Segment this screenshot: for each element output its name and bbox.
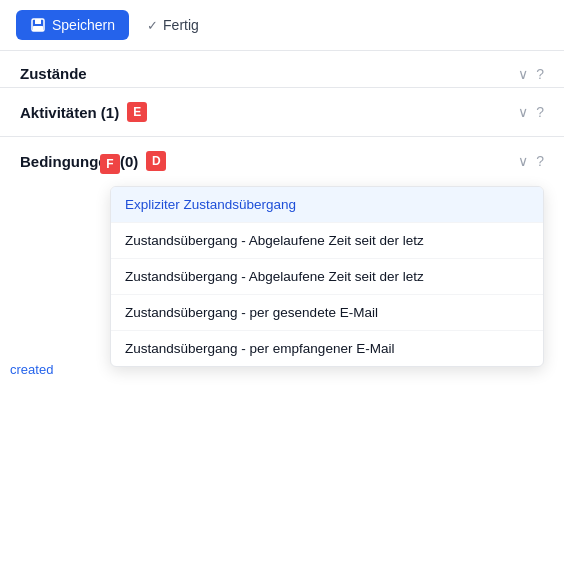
bedingungen-left: Bedingungen (0) D	[20, 151, 166, 171]
bottom-sections: Aktivitäten (1) E ∨ ? Bedingungen (0) D …	[0, 87, 564, 185]
zustaende-title: Zustände	[20, 65, 87, 82]
dropdown-item-2[interactable]: Zustandsübergang - Abgelaufene Zeit seit…	[111, 259, 543, 295]
svg-rect-1	[35, 19, 41, 24]
save-button[interactable]: Speichern	[16, 10, 129, 40]
aktivitaeten-help-icon[interactable]: ?	[536, 104, 544, 120]
e-badge: E	[127, 102, 147, 122]
done-button[interactable]: ✓ Fertig	[137, 10, 209, 40]
check-icon: ✓	[147, 18, 158, 33]
bedingungen-section: Bedingungen (0) D ∨ ?	[0, 136, 564, 185]
dropdown-item-4[interactable]: Zustandsübergang - per empfangener E-Mai…	[111, 331, 543, 366]
toolbar: Speichern ✓ Fertig	[0, 0, 564, 51]
svg-rect-2	[33, 26, 43, 31]
aktivitaeten-controls: ∨ ?	[518, 104, 544, 120]
bedingungen-chevron-icon[interactable]: ∨	[518, 153, 528, 169]
created-label: created	[10, 362, 53, 377]
d-badge: D	[146, 151, 166, 171]
aktivitaeten-left: Aktivitäten (1) E	[20, 102, 147, 122]
aktivitaeten-section: Aktivitäten (1) E ∨ ?	[0, 87, 564, 136]
zustaende-help-icon[interactable]: ?	[536, 66, 544, 82]
dropdown-item-3[interactable]: Zustandsübergang - per gesendete E-Mail	[111, 295, 543, 331]
dropdown-item-0[interactable]: Expliziter Zustandsübergang	[111, 187, 543, 223]
aktivitaeten-title: Aktivitäten (1)	[20, 104, 119, 121]
dropdown-item-1[interactable]: Zustandsübergang - Abgelaufene Zeit seit…	[111, 223, 543, 259]
save-icon	[30, 17, 46, 33]
bedingungen-title: Bedingungen (0)	[20, 153, 138, 170]
save-label: Speichern	[52, 17, 115, 33]
zustaende-controls: ∨ ?	[518, 66, 544, 82]
aktivitaeten-chevron-icon[interactable]: ∨	[518, 104, 528, 120]
bedingungen-controls: ∨ ?	[518, 153, 544, 169]
trigger-dropdown-menu: Expliziter Zustandsübergang Zustandsüber…	[110, 186, 544, 367]
bedingungen-help-icon[interactable]: ?	[536, 153, 544, 169]
f-badge: F	[100, 154, 120, 174]
zustaende-chevron-icon[interactable]: ∨	[518, 66, 528, 82]
done-label: Fertig	[163, 17, 199, 33]
main-content: Zustände ∨ ? Eskalations-Auslöser ∧ ? Au…	[0, 51, 564, 185]
